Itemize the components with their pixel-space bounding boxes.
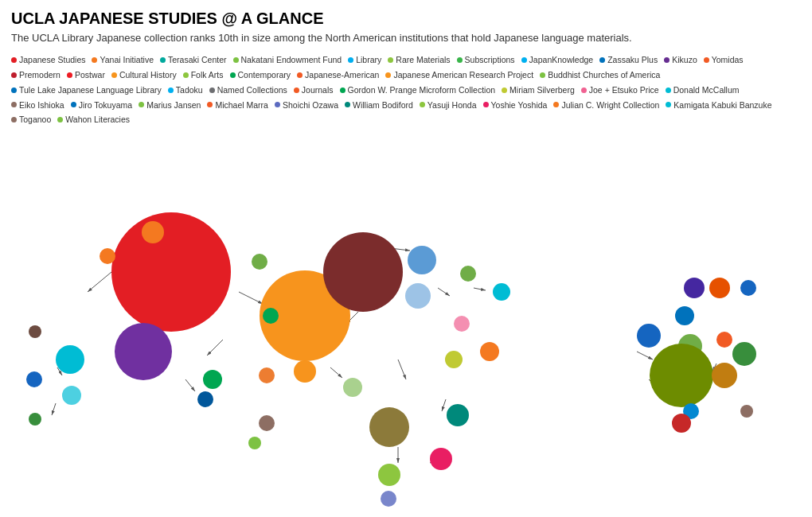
legend-item: Donald McCallum: [666, 84, 740, 97]
legend-label: Marius Jansen: [146, 99, 201, 112]
legend-dot: [11, 72, 17, 78]
legend-label: Library: [356, 53, 381, 67]
chart-node[interactable]: [263, 308, 279, 324]
legend-dot: [348, 57, 353, 63]
arrow-line: [185, 379, 195, 391]
chart-node[interactable]: [430, 448, 452, 470]
legend-label: Japanese Studies: [19, 53, 85, 67]
legend-dot: [521, 57, 527, 63]
legend-label: Donald McCallum: [673, 84, 740, 97]
legend-label: Yoshie Yoshida: [491, 99, 548, 112]
legend-item: Kikuzo: [664, 53, 697, 67]
chart-node[interactable]: [378, 464, 400, 486]
chart-node[interactable]: [740, 280, 756, 296]
chart-node[interactable]: [405, 283, 431, 309]
chart-node[interactable]: [29, 325, 41, 338]
chart-node[interactable]: [447, 404, 469, 426]
legend-label: Kikuzo: [672, 53, 697, 67]
legend-dot: [139, 102, 144, 107]
chart-node[interactable]: [142, 221, 164, 243]
chart-node[interactable]: [381, 491, 396, 507]
chart-node[interactable]: [672, 414, 691, 433]
legend-item: Nakatani Endowment Fund: [233, 53, 342, 67]
chart-node[interactable]: [197, 391, 213, 407]
chart-node[interactable]: [712, 363, 737, 388]
chart-node[interactable]: [343, 378, 362, 397]
legend-item: Marius Jansen: [139, 99, 201, 112]
legend-label: Japanese-American: [305, 68, 379, 82]
legend-label: Michael Marra: [215, 99, 268, 112]
chart-node[interactable]: [252, 254, 267, 270]
legend-dot: [230, 72, 236, 78]
chart-node[interactable]: [709, 278, 730, 298]
chart-node[interactable]: [115, 323, 172, 380]
chart-node[interactable]: [56, 345, 84, 374]
legend-item: Library: [348, 53, 381, 67]
legend-dot: [483, 102, 489, 107]
chart-node[interactable]: [454, 316, 470, 332]
chart-node[interactable]: [740, 405, 753, 418]
legend-item: Premodern: [11, 68, 61, 82]
legend-item: JapanKnowledge: [521, 53, 594, 67]
chart-node[interactable]: [445, 351, 463, 368]
chart-node[interactable]: [62, 386, 81, 405]
legend-dot: [11, 87, 17, 93]
legend-dot: [209, 87, 215, 93]
chart-node[interactable]: [111, 212, 231, 332]
chart-node[interactable]: [26, 371, 42, 387]
legend-label: Miriam Silverberg: [509, 84, 575, 97]
chart-node[interactable]: [408, 246, 436, 274]
chart-node[interactable]: [650, 344, 713, 407]
legend-item: Julian C. Wright Collection: [553, 99, 659, 112]
chart-node[interactable]: [684, 278, 705, 298]
legend-label: Journals: [302, 84, 334, 97]
chart-node[interactable]: [100, 248, 115, 264]
legend-dot: [553, 102, 559, 107]
chart-node[interactable]: [29, 413, 41, 426]
legend-label: Cultural History: [119, 68, 177, 82]
legend-label: Yomidas: [712, 53, 744, 67]
chart-node[interactable]: [675, 306, 694, 325]
legend-item: Japanese-American: [297, 68, 379, 82]
legend-item: Miriam Silverberg: [502, 84, 575, 97]
chart-node[interactable]: [480, 342, 499, 361]
chart-node[interactable]: [637, 324, 661, 348]
legend-label: Eiko Ishioka: [19, 99, 64, 112]
legend-item: Yasuji Honda: [420, 99, 477, 112]
legend-dot: [67, 72, 72, 78]
chart-node[interactable]: [294, 360, 316, 383]
legend-item: Japanese Studies: [11, 53, 85, 67]
legend-item: Yomidas: [704, 53, 744, 67]
legend-label: Kamigata Kabuki Banzuke: [673, 99, 771, 112]
legend-item: William Bodiford: [345, 99, 413, 112]
legend-dot: [160, 57, 166, 63]
legend-item: Shoichi Ozawa: [275, 99, 338, 112]
legend-label: Jiro Tokuyama: [79, 99, 133, 112]
chart-node[interactable]: [323, 232, 403, 312]
chart-node[interactable]: [493, 283, 510, 301]
chart-node[interactable]: [203, 370, 222, 389]
chart-node[interactable]: [259, 415, 275, 431]
legend-label: Julian C. Wright Collection: [561, 99, 659, 112]
legend-item: Cultural History: [111, 68, 177, 82]
legend-label: Terasaki Center: [168, 53, 227, 67]
legend-label: JapanKnowledge: [529, 53, 594, 67]
chart-node[interactable]: [460, 266, 476, 282]
legend-label: Subscriptions: [465, 53, 515, 67]
chart-node[interactable]: [716, 332, 732, 348]
legend-dot: [599, 57, 605, 63]
chart-node[interactable]: [732, 342, 756, 366]
page-container: UCLA JAPANESE STUDIES @ A GLANCE The UCL…: [0, 0, 812, 499]
arrow-line: [239, 292, 263, 304]
legend-item: Named Collections: [209, 84, 287, 97]
legend-dot: [385, 72, 391, 78]
chart-node[interactable]: [259, 367, 275, 383]
legend-dot: [388, 57, 393, 63]
legend-dot: [57, 117, 63, 122]
legend-label: Premodern: [19, 68, 61, 82]
legend-item: Buddhist Churches of America: [540, 68, 660, 82]
arrow-line: [637, 352, 653, 360]
chart-node[interactable]: [369, 407, 409, 447]
legend-item: Terasaki Center: [160, 53, 227, 67]
chart-node[interactable]: [248, 437, 261, 449]
